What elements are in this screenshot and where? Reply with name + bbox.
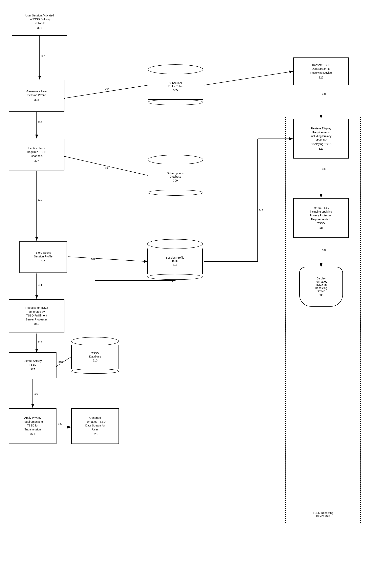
box-333: DisplayFormattedTSSD onReceivingDevice 3… [299, 267, 343, 307]
box-311-title: Store User'sSession Profile [34, 251, 52, 259]
box-323: GenerateFormatted TSSDData Stream forUse… [71, 408, 119, 444]
box-321-title: Apply PrivacyRequirements toTSSD forTran… [23, 416, 43, 431]
label-340: TSSD ReceivingDevice 340 [285, 511, 361, 518]
arrow-label-306: 306 [38, 121, 42, 124]
dashed-container [285, 117, 361, 523]
cylinder-305: SubscriberProfile Table 305 [148, 64, 203, 105]
arrow-label-320: 320 [34, 392, 38, 395]
box-301-num: 301 [37, 26, 42, 30]
box-315: Request for TSSDgenerated byTSSD Fulfill… [9, 299, 64, 333]
svg-line-7 [68, 257, 148, 262]
box-321: Apply PrivacyRequirements toTSSD forTran… [9, 408, 56, 444]
box-303-num: 303 [34, 98, 39, 102]
box-331-title: Format TSSDincluding applyingPrivacy Pro… [310, 206, 332, 225]
box-311: Store User'sSession Profile 311 [19, 241, 67, 273]
box-327-num: 327 [319, 147, 323, 151]
arrow-label-332: 332 [322, 249, 326, 252]
box-333-title: DisplayFormattedTSSD onReceivingDevice [315, 277, 327, 293]
box-301: User Session Activatedon TSSD DeliveryNe… [12, 8, 67, 36]
cylinder-309-title: SubscriptionsDatabase [167, 172, 184, 178]
box-311-num: 311 [41, 259, 45, 263]
cylinder-210-title: TSSDDatabase [89, 352, 101, 358]
box-317-title: Extract ActivityTSSD [24, 359, 42, 367]
arrow-label-302: 302 [41, 55, 45, 57]
box-307-num: 307 [34, 159, 39, 163]
cylinder-210: TSSDDatabase 210 [71, 337, 119, 374]
box-331-num: 331 [319, 226, 323, 230]
box-321-num: 321 [30, 432, 35, 436]
box-303: Generate a UserSession Profile 303 [9, 80, 64, 111]
box-315-num: 315 [34, 322, 39, 326]
box-325-num: 325 [319, 76, 323, 80]
arrow-label-322: 322 [58, 422, 62, 425]
cylinder-309-num: 309 [173, 179, 178, 182]
arrow-label-330: 330 [322, 167, 326, 170]
cylinder-309: SubscriptionsDatabase 309 [148, 155, 203, 196]
box-325-title: Transmit TSSDData Stream toReceiving Dev… [310, 63, 332, 75]
cylinder-305-num: 305 [173, 89, 178, 92]
arrow-label-312: 312 [91, 258, 96, 261]
arrow-label-316: 316 [38, 341, 42, 344]
box-327: Retrieve DisplayRequirementsincluding Pr… [293, 119, 349, 159]
box-325: Transmit TSSDData Stream toReceiving Dev… [293, 57, 349, 85]
box-317-num: 317 [30, 368, 35, 372]
arrow-label-314: 314 [38, 283, 42, 286]
box-303-title: Generate a UserSession Profile [26, 90, 47, 97]
diagram-container: User Session Activatedon TSSD DeliveryNe… [0, 0, 392, 565]
arrow-label-308: 308 [105, 166, 109, 169]
box-307-title: Identify User'sRequired TSSDChannels [27, 146, 46, 158]
box-323-title: GenerateFormatted TSSDData Stream forUse… [85, 416, 106, 431]
box-323-num: 323 [93, 432, 97, 436]
arrow-label-318: 318 [58, 361, 63, 364]
arrow-label-304: 304 [105, 87, 109, 90]
arrow-label-326: 326 [322, 92, 326, 95]
box-315-title: Request for TSSDgenerated byTSSD Fulfill… [25, 306, 48, 321]
cylinder-313-num: 313 [173, 263, 177, 266]
svg-line-5 [65, 157, 148, 175]
cylinder-313-title: Session ProfileTable [166, 256, 184, 262]
box-333-num: 333 [319, 293, 323, 297]
cylinder-305-title: SubscriberProfile Table [168, 82, 183, 88]
box-307: Identify User'sRequired TSSDChannels 307 [9, 139, 64, 170]
cylinder-313: Session ProfileTable 313 [147, 239, 203, 280]
cylinder-210-num: 210 [93, 359, 97, 362]
arrow-label-328: 328 [259, 208, 263, 211]
arrow-label-310: 310 [38, 198, 42, 201]
box-327-title: Retrieve DisplayRequirementsincluding Pr… [310, 127, 332, 146]
box-317: Extract ActivityTSSD 317 [9, 352, 56, 378]
box-331: Format TSSDincluding applyingPrivacy Pro… [293, 198, 349, 238]
box-301-title: User Session Activatedon TSSD DeliveryNe… [25, 14, 54, 25]
svg-line-15 [204, 71, 293, 85]
